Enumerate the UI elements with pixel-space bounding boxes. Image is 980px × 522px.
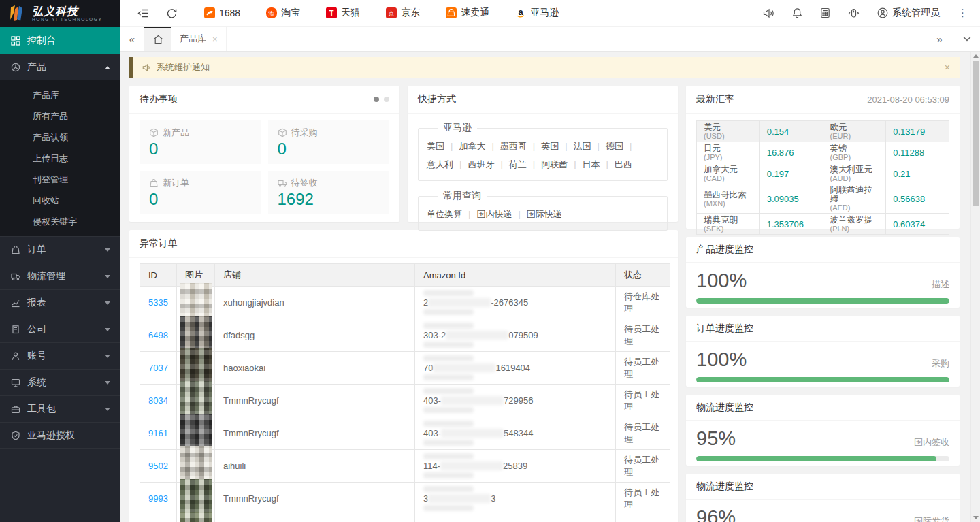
- sidebar-item-system[interactable]: 系统: [0, 369, 120, 395]
- redacted-blur: [428, 494, 491, 503]
- shield-check-icon: [11, 431, 20, 440]
- tab-product-library[interactable]: 产品库 ×: [172, 27, 227, 51]
- shortcut-link-ca[interactable]: 加拿大: [459, 141, 500, 151]
- user-menu[interactable]: 系统管理员: [877, 7, 940, 19]
- sidebar-item-logistics[interactable]: 物流管理: [0, 263, 120, 289]
- amazon-id-cell: 403-548344: [415, 417, 616, 450]
- shortcut-link-fr[interactable]: 法国: [574, 141, 606, 151]
- shortcut-link-domestic-express[interactable]: 国内快递: [476, 209, 526, 219]
- bell-icon[interactable]: [792, 7, 802, 18]
- shortcut-link-es[interactable]: 西班牙: [468, 159, 508, 169]
- tabs-scroll-right[interactable]: »: [926, 27, 953, 51]
- shortcuts-card: 快捷方式 亚马逊 美国加拿大墨西哥英国法国德国意大利西班牙荷兰阿联酋日本巴西 常…: [408, 86, 678, 222]
- tab-home[interactable]: [144, 27, 172, 51]
- chevron-down-icon: [105, 355, 110, 358]
- sidebar-subitem-upload-log[interactable]: 上传日志: [0, 148, 120, 169]
- sidebar-item-orders[interactable]: 订单: [0, 236, 120, 263]
- notice-close-icon[interactable]: ×: [945, 62, 950, 73]
- order-progress-card: 订单进度监控 100% 采购: [686, 316, 960, 387]
- svg-text:T: T: [329, 9, 334, 17]
- sidebar-item-reports[interactable]: 报表: [0, 289, 120, 316]
- shortcut-link-jp[interactable]: 日本: [583, 159, 615, 169]
- shortcut-link-intl-express[interactable]: 国际快递: [527, 209, 562, 219]
- table-row: 5335 xuhongjiajvdian 2-2676345 待仓库处理: [140, 287, 670, 319]
- scroll-up-arrow-icon[interactable]: [973, 54, 979, 58]
- chevron-down-icon: [105, 381, 110, 385]
- marketplace-amazon[interactable]: a 亚马逊: [515, 7, 559, 19]
- more-menu-icon[interactable]: ⋮: [958, 7, 968, 19]
- order-id-link[interactable]: 9161: [148, 428, 168, 438]
- tabs-menu-icon[interactable]: [953, 27, 980, 51]
- sidebar-subitem-product-claim[interactable]: 产品认领: [0, 127, 120, 148]
- progress-percent: 96%: [696, 506, 736, 522]
- carousel-dot-active[interactable]: [374, 97, 379, 102]
- svg-text:a: a: [519, 7, 524, 17]
- order-id-link[interactable]: 6498: [148, 330, 168, 340]
- table-row: 8034 TmmnRrycugf 403-729956 待员工处理: [140, 385, 670, 417]
- collapse-sidebar-icon[interactable]: [137, 8, 149, 18]
- shortcut-link-de[interactable]: 德国: [606, 141, 638, 151]
- status-badge: 待员工处理: [616, 483, 670, 515]
- shortcut-link-mx[interactable]: 墨西哥: [500, 141, 541, 151]
- marketplace-aliexpress[interactable]: 速卖通: [446, 7, 489, 19]
- sidebar-item-console[interactable]: 控制台: [0, 27, 120, 54]
- carousel-dot[interactable]: [384, 97, 389, 102]
- todo-tile-new-order[interactable]: 新订单 0: [140, 171, 261, 214]
- marketplace-jd[interactable]: 京 京东: [386, 7, 420, 19]
- shop-name: TmmnRrycugf: [215, 385, 415, 417]
- sidebar-subitem-listing-manage[interactable]: 刊登管理: [0, 169, 120, 190]
- sidebar-submenu-product: 产品库 所有产品 产品认领 上传日志 刊登管理 回收站 侵权关键字: [0, 80, 120, 236]
- todo-tile-to-sign[interactable]: 待签收 1692: [268, 171, 390, 214]
- order-id-link[interactable]: 9993: [148, 493, 168, 504]
- shortcut-link-br[interactable]: 巴西: [615, 159, 632, 169]
- todo-card: 待办事项 新产品: [129, 86, 399, 222]
- shortcut-link-uk[interactable]: 英国: [541, 141, 573, 151]
- announcement-icon[interactable]: [763, 8, 774, 18]
- order-id-link[interactable]: 8034: [148, 395, 168, 406]
- sidebar-subitem-recycle-bin[interactable]: 回收站: [0, 190, 120, 211]
- sidebar-item-product[interactable]: 产品: [0, 54, 120, 80]
- sidebar-subitem-all-products[interactable]: 所有产品: [0, 105, 120, 127]
- sidebar-item-accounts[interactable]: 账号: [0, 342, 120, 369]
- sidebar-subitem-infringing-keywords[interactable]: 侵权关键字: [0, 211, 120, 232]
- order-id-link[interactable]: 7037: [148, 363, 168, 373]
- svg-text:淘: 淘: [268, 10, 275, 17]
- scrollbar-thumb[interactable]: [973, 61, 979, 206]
- scroll-down-arrow-icon[interactable]: [973, 516, 979, 519]
- taobao-icon: 淘: [266, 7, 277, 18]
- brand-subtitle: HONG YI TECHNOLOGY: [32, 17, 102, 22]
- tab-close-icon[interactable]: ×: [212, 34, 218, 44]
- orders-title: 异常订单: [140, 238, 178, 250]
- mouse-switch-icon[interactable]: [848, 8, 860, 18]
- refresh-icon[interactable]: [167, 8, 177, 18]
- sidebar-subitem-product-library[interactable]: 产品库: [0, 84, 120, 105]
- shortcut-link-us[interactable]: 美国: [427, 141, 459, 151]
- progress-percent: 100%: [696, 270, 747, 292]
- aliexpress-bag-icon: [446, 7, 457, 18]
- chevron-down-icon: [105, 275, 110, 278]
- todo-tile-new-product[interactable]: 新产品 0: [140, 120, 261, 164]
- redacted-blur: [446, 331, 508, 340]
- shortcut-link-it[interactable]: 意大利: [427, 159, 468, 169]
- shop-name: aihuili: [215, 450, 415, 483]
- shortcut-link-unit-convert[interactable]: 单位换算: [427, 209, 476, 219]
- tabs-scroll-left[interactable]: «: [120, 27, 144, 51]
- order-id-link[interactable]: 9502: [148, 461, 168, 471]
- todo-tile-to-purchase[interactable]: 待采购 0: [268, 120, 390, 164]
- order-id-link[interactable]: 5335: [148, 297, 168, 308]
- sidebar-item-company[interactable]: 公司: [0, 316, 120, 342]
- speaker-icon: [142, 63, 152, 72]
- vertical-scrollbar[interactable]: [970, 52, 980, 522]
- marketplace-taobao[interactable]: 淘 淘宝: [266, 7, 300, 19]
- logistics-intl-progress-card: 物流进度监控 96% 国际发货: [686, 474, 960, 522]
- sidebar-item-toolbox[interactable]: 工具包: [0, 395, 120, 422]
- sidebar-item-amazon-auth[interactable]: 亚马逊授权: [0, 422, 120, 448]
- progress-bar: [696, 377, 949, 382]
- shortcut-link-ae[interactable]: 阿联酋: [541, 159, 582, 169]
- status-badge: 待员工处理: [616, 417, 670, 450]
- calculator-icon[interactable]: [820, 7, 830, 18]
- marketplace-tmall[interactable]: T 天猫: [326, 7, 360, 19]
- shortcut-link-nl[interactable]: 荷兰: [509, 159, 541, 169]
- marketplace-1688[interactable]: 1688: [204, 7, 240, 18]
- svg-text:京: 京: [389, 10, 395, 17]
